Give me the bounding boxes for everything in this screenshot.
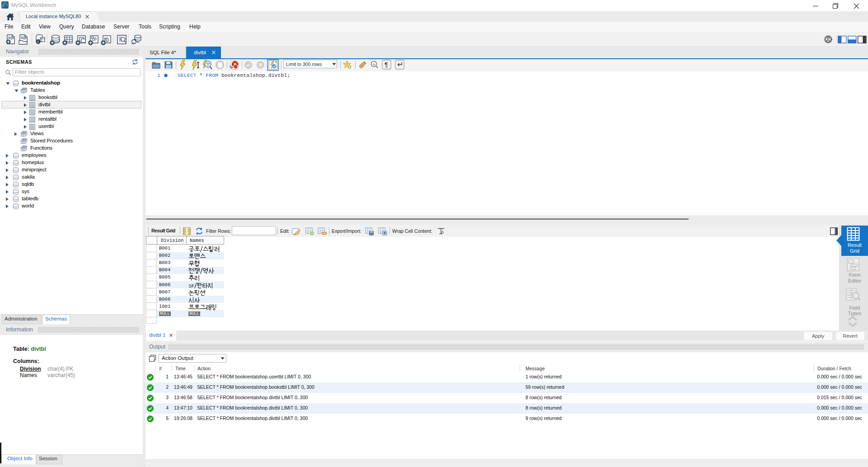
svg-text:F: F: [192, 283, 195, 288]
svg-text:¶: ¶: [385, 61, 388, 68]
svg-text:SQL: SQL: [21, 36, 27, 40]
svg-text:A: A: [441, 230, 444, 234]
svg-text:A: A: [373, 62, 375, 66]
svg-text:SQL: SQL: [8, 36, 14, 40]
